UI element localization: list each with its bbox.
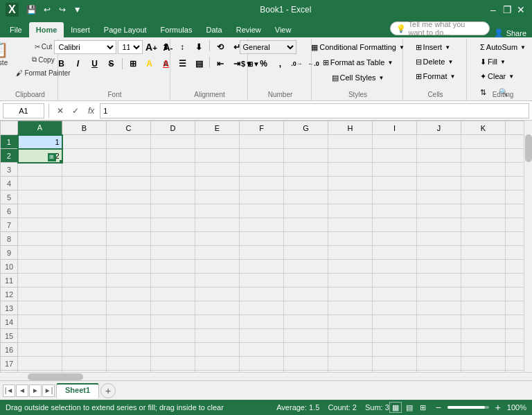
row-header-3[interactable]: 3: [1, 163, 18, 177]
redo-button[interactable]: ↪: [56, 3, 69, 16]
cell-D8[interactable]: [151, 232, 195, 246]
cell-C4[interactable]: [107, 177, 151, 191]
cell-G1[interactable]: [284, 135, 328, 149]
cell-I14[interactable]: [373, 315, 417, 329]
cell-G12[interactable]: [284, 288, 328, 301]
cell-E14[interactable]: [195, 315, 240, 329]
view-normal-button[interactable]: ▦: [389, 402, 402, 413]
cell-C12[interactable]: [107, 288, 151, 301]
cell-C15[interactable]: [107, 329, 151, 343]
cell-A8[interactable]: [18, 232, 62, 246]
fill-color-button[interactable]: A: [142, 57, 157, 71]
cell-B10[interactable]: [62, 260, 107, 274]
cell-K2[interactable]: [461, 149, 506, 163]
cell-J17[interactable]: [417, 357, 461, 371]
row-header-17[interactable]: 17: [1, 357, 18, 371]
sheet-nav-first[interactable]: |◄: [3, 385, 15, 397]
cell-styles-button[interactable]: ▤ Cell Styles ▼: [327, 71, 389, 85]
cell-H13[interactable]: [328, 301, 373, 315]
grid-scroll-area[interactable]: A B C D E F G H I J K L M: [0, 121, 524, 372]
cell-E9[interactable]: [195, 246, 240, 260]
cell-K5[interactable]: [461, 191, 506, 204]
cell-D17[interactable]: [151, 357, 195, 371]
cell-G13[interactable]: [284, 301, 328, 315]
text-direction-button[interactable]: ⟲: [213, 40, 228, 54]
cell-G10[interactable]: [284, 260, 328, 274]
cell-B5[interactable]: [62, 191, 107, 204]
cell-F15[interactable]: [240, 329, 284, 343]
cell-L13[interactable]: [506, 301, 524, 315]
cell-F8[interactable]: [240, 232, 284, 246]
decrease-indent-button[interactable]: ⇤: [213, 57, 228, 71]
cell-B9[interactable]: [62, 246, 107, 260]
cell-K9[interactable]: [461, 246, 506, 260]
cell-G18[interactable]: [284, 371, 328, 373]
cell-C17[interactable]: [107, 357, 151, 371]
cell-F14[interactable]: [240, 315, 284, 329]
cell-L12[interactable]: [506, 288, 524, 301]
cell-C7[interactable]: [107, 218, 151, 232]
cell-D5[interactable]: [151, 191, 195, 204]
cell-K11[interactable]: [461, 274, 506, 288]
cell-D15[interactable]: [151, 329, 195, 343]
cell-F18[interactable]: [240, 371, 284, 373]
cell-H7[interactable]: [328, 218, 373, 232]
cell-J1[interactable]: [417, 135, 461, 149]
cell-D1[interactable]: [151, 135, 195, 149]
cell-L4[interactable]: [506, 177, 524, 191]
cell-L11[interactable]: [506, 274, 524, 288]
cell-D11[interactable]: [151, 274, 195, 288]
cell-F9[interactable]: [240, 246, 284, 260]
cell-A15[interactable]: [18, 329, 62, 343]
cell-I13[interactable]: [373, 301, 417, 315]
vertical-scrollbar[interactable]: [524, 121, 532, 372]
cell-I9[interactable]: [373, 246, 417, 260]
cell-J18[interactable]: [417, 371, 461, 373]
cell-A1[interactable]: 1: [18, 135, 62, 149]
cell-A5[interactable]: [18, 191, 62, 204]
cell-I11[interactable]: [373, 274, 417, 288]
cell-D13[interactable]: [151, 301, 195, 315]
cell-K18[interactable]: [461, 371, 506, 373]
row-header-8[interactable]: 8: [1, 232, 18, 246]
zoom-slider[interactable]: [447, 406, 489, 409]
row-header-13[interactable]: 13: [1, 301, 18, 315]
cell-H4[interactable]: [328, 177, 373, 191]
cell-B7[interactable]: [62, 218, 107, 232]
cell-H3[interactable]: [328, 163, 373, 177]
row-header-15[interactable]: 15: [1, 329, 18, 343]
cell-D14[interactable]: [151, 315, 195, 329]
cell-I17[interactable]: [373, 357, 417, 371]
restore-button[interactable]: ❐: [502, 4, 513, 15]
cell-F1[interactable]: [240, 135, 284, 149]
cell-K4[interactable]: [461, 177, 506, 191]
row-header-18[interactable]: 18: [1, 371, 18, 373]
autosum-button[interactable]: Σ AutoSum ▼: [475, 40, 531, 54]
cell-F4[interactable]: [240, 177, 284, 191]
cell-C13[interactable]: [107, 301, 151, 315]
cell-J4[interactable]: [417, 177, 461, 191]
new-sheet-button[interactable]: +: [100, 383, 116, 398]
vertical-scrollbar-thumb[interactable]: [525, 134, 532, 162]
horizontal-scrollbar-thumb[interactable]: [28, 373, 83, 380]
cell-I12[interactable]: [373, 288, 417, 301]
cell-B14[interactable]: [62, 315, 107, 329]
cell-C3[interactable]: [107, 163, 151, 177]
tab-formulas[interactable]: Formulas: [154, 22, 200, 37]
zoom-in-button[interactable]: +: [492, 401, 504, 414]
number-format-selector[interactable]: General: [240, 40, 296, 54]
cell-L17[interactable]: [506, 357, 524, 371]
tab-data[interactable]: Data: [199, 22, 229, 37]
cell-L3[interactable]: [506, 163, 524, 177]
cell-E1[interactable]: [195, 135, 240, 149]
cell-E16[interactable]: [195, 343, 240, 357]
cell-H16[interactable]: [328, 343, 373, 357]
tell-me-box[interactable]: 💡 Tell me what you want to do...: [390, 21, 490, 35]
cell-J6[interactable]: [417, 204, 461, 218]
cell-D16[interactable]: [151, 343, 195, 357]
cell-G16[interactable]: [284, 343, 328, 357]
cell-D12[interactable]: [151, 288, 195, 301]
cell-C2[interactable]: [107, 149, 151, 163]
tab-page-layout[interactable]: Page Layout: [97, 22, 154, 37]
col-header-H[interactable]: H: [328, 121, 373, 135]
